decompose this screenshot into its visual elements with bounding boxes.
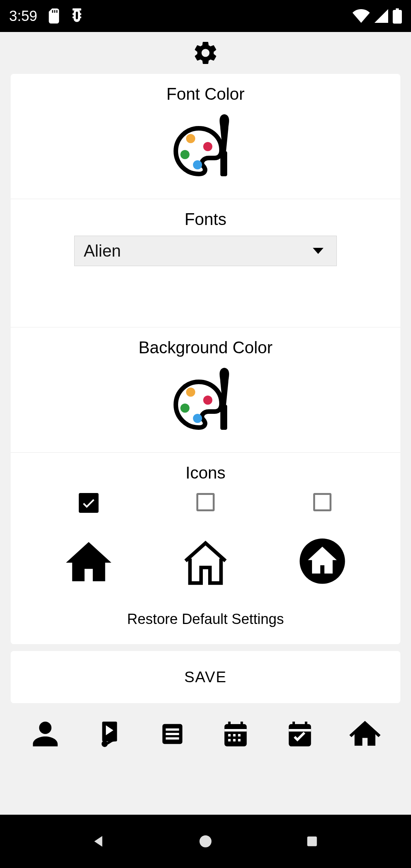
circle-icon xyxy=(198,833,213,849)
font-dropdown[interactable]: Alien xyxy=(74,236,337,266)
system-nav xyxy=(0,815,411,868)
nav-list[interactable] xyxy=(159,721,186,747)
settings-header xyxy=(0,32,411,74)
fonts-title: Fonts xyxy=(16,210,395,229)
svg-point-2 xyxy=(186,134,195,143)
font-color-section: Font Color xyxy=(11,74,400,199)
triangle-back-icon xyxy=(91,833,107,849)
svg-rect-26 xyxy=(233,739,236,742)
route-icon xyxy=(95,719,124,749)
recents-button[interactable] xyxy=(303,832,321,850)
nav-calendar[interactable] xyxy=(221,719,250,749)
palette-icon xyxy=(171,113,240,182)
square-icon xyxy=(305,834,319,849)
checkbox-checked-icon xyxy=(79,493,99,513)
fonts-section: Fonts Alien xyxy=(11,199,400,327)
svg-point-5 xyxy=(203,142,212,151)
restore-defaults-link[interactable]: Restore Default Settings xyxy=(16,590,395,644)
status-bar-right xyxy=(352,8,402,24)
wifi-icon xyxy=(352,9,370,23)
back-button[interactable] xyxy=(90,832,108,850)
status-bar-left: 3:59 xyxy=(9,8,84,24)
svg-point-4 xyxy=(193,160,202,169)
checkbox-unchecked-icon xyxy=(313,493,331,511)
nav-profile[interactable] xyxy=(30,719,60,749)
sd-card-icon xyxy=(47,8,60,24)
gear-icon xyxy=(192,39,219,67)
svg-rect-25 xyxy=(228,739,231,742)
icons-section: Icons xyxy=(11,453,400,644)
svg-rect-15 xyxy=(166,728,179,731)
calendar-check-icon xyxy=(285,719,315,749)
svg-point-8 xyxy=(180,404,190,413)
bg-color-picker[interactable] xyxy=(171,367,240,437)
svg-rect-22 xyxy=(228,734,231,737)
nav-home[interactable] xyxy=(349,718,381,750)
home-icon xyxy=(349,718,381,750)
save-button[interactable]: SAVE xyxy=(11,651,400,703)
svg-rect-24 xyxy=(238,734,241,737)
person-icon xyxy=(30,719,60,749)
home-outline-icon xyxy=(179,536,232,590)
nav-route[interactable] xyxy=(95,719,124,749)
svg-rect-27 xyxy=(238,739,241,742)
bottom-nav xyxy=(0,709,411,759)
svg-rect-16 xyxy=(166,733,179,735)
status-bar: 3:59 xyxy=(0,0,411,32)
svg-rect-19 xyxy=(228,722,231,727)
svg-rect-30 xyxy=(305,722,307,727)
svg-point-7 xyxy=(186,388,195,397)
svg-rect-29 xyxy=(292,722,295,727)
svg-rect-23 xyxy=(233,734,236,737)
cellular-icon xyxy=(374,9,388,23)
svg-rect-33 xyxy=(307,836,317,846)
checkbox-unchecked-icon xyxy=(196,493,215,511)
home-solid-icon xyxy=(64,538,113,587)
home-button[interactable] xyxy=(196,832,215,850)
svg-point-9 xyxy=(193,414,202,423)
bg-color-section: Background Color xyxy=(11,327,400,453)
battery-icon xyxy=(393,8,402,24)
svg-rect-20 xyxy=(241,722,243,727)
bg-color-title: Background Color xyxy=(16,338,395,357)
svg-rect-17 xyxy=(166,737,179,740)
icons-title: Icons xyxy=(16,463,395,482)
nav-calendar-check[interactable] xyxy=(285,719,315,749)
font-color-picker[interactable] xyxy=(171,113,240,183)
calendar-icon xyxy=(221,719,250,749)
svg-rect-0 xyxy=(73,8,81,11)
svg-rect-31 xyxy=(289,729,311,732)
svg-point-3 xyxy=(180,150,190,159)
svg-rect-21 xyxy=(224,729,247,732)
debug-icon xyxy=(70,8,84,24)
home-circle-icon xyxy=(298,536,347,586)
icon-option-1[interactable] xyxy=(64,493,113,587)
list-icon xyxy=(159,721,186,747)
status-bar-time: 3:59 xyxy=(9,8,37,24)
icon-option-2[interactable] xyxy=(179,493,232,590)
icon-option-3[interactable] xyxy=(298,493,347,586)
svg-rect-28 xyxy=(289,724,311,747)
chevron-down-icon xyxy=(313,248,323,254)
svg-point-10 xyxy=(203,396,212,405)
font-dropdown-value: Alien xyxy=(84,241,121,260)
settings-card: Font Color xyxy=(11,74,400,644)
svg-point-32 xyxy=(199,835,212,847)
palette-icon xyxy=(171,367,240,436)
font-color-title: Font Color xyxy=(16,85,395,104)
